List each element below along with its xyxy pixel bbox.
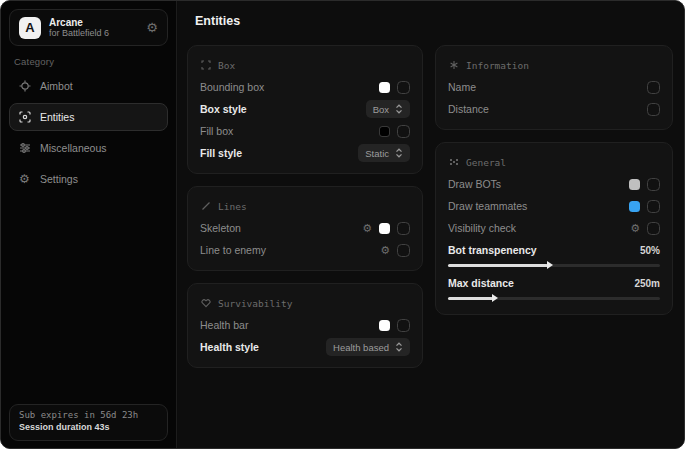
asterisk-icon: [448, 60, 459, 71]
sidebar-item-settings[interactable]: ⚙ Settings: [9, 165, 168, 193]
card-lines-title: Lines: [218, 201, 247, 212]
sidebar-nav: Aimbot Entities Miscella: [9, 72, 168, 193]
entities-scan-icon: [18, 111, 31, 124]
row-visibility-check: Visibility check ⚙: [448, 217, 660, 239]
draw-bots-color-swatch[interactable]: [629, 179, 640, 190]
row-health-bar: Health bar: [200, 314, 410, 336]
row-bot-transparency: Bot transpenency 50%: [448, 239, 660, 261]
card-survivability-title: Survivability: [218, 298, 292, 309]
card-general-title: General: [466, 157, 506, 168]
chevron-up-down-icon: [395, 148, 403, 158]
row-name: Name: [448, 76, 660, 98]
scan-box-icon: [200, 60, 211, 71]
health-bar-color-swatch[interactable]: [379, 320, 390, 331]
left-column: Box Bounding box Box style Box: [187, 45, 423, 368]
distance-checkbox[interactable]: [647, 103, 660, 116]
right-column: Information Name Distance: [435, 45, 673, 315]
heart-icon: [200, 298, 211, 309]
max-distance-slider[interactable]: [448, 294, 660, 303]
draw-teammates-label: Draw teammates: [448, 200, 527, 212]
row-bounding-box: Bounding box: [200, 76, 410, 98]
category-label: Category: [14, 56, 54, 67]
sidebar-item-label: Miscellaneous: [40, 142, 107, 154]
health-bar-label: Health bar: [200, 319, 248, 331]
sidebar-item-entities[interactable]: Entities: [9, 103, 168, 131]
skeleton-settings-gear-icon[interactable]: ⚙: [362, 223, 372, 234]
brand-logo: A: [19, 17, 41, 39]
brand-card: A Arcane for Battlefield 6 ⚙: [9, 9, 168, 46]
draw-teammates-color-swatch[interactable]: [629, 201, 640, 212]
card-survivability: Survivability Health bar Health style He…: [187, 283, 423, 368]
brand-title: Arcane: [49, 17, 109, 29]
row-health-style: Health style Health based: [200, 336, 410, 358]
bot-transparency-value: 50%: [640, 245, 660, 256]
card-general: General Draw BOTs Draw teammates: [435, 142, 673, 315]
subscription-card: Sub expires in 56d 23h Session duration …: [9, 404, 168, 441]
sliders-icon: [18, 142, 31, 155]
distance-label: Distance: [448, 103, 489, 115]
draw-teammates-checkbox[interactable]: [647, 200, 660, 213]
chevron-up-down-icon: [395, 104, 403, 114]
skeleton-color-swatch[interactable]: [379, 223, 390, 234]
health-style-value: Health based: [333, 342, 389, 353]
sub-expiry-text: Sub expires in 56d 23h: [19, 410, 158, 420]
max-distance-label: Max distance: [448, 277, 514, 289]
slider-thumb[interactable]: [547, 261, 553, 269]
sidebar: A Arcane for Battlefield 6 ⚙ Category Ai…: [1, 1, 177, 448]
fill-style-select[interactable]: Static: [358, 144, 410, 162]
line-to-enemy-settings-gear-icon[interactable]: ⚙: [380, 245, 390, 256]
box-style-value: Box: [373, 104, 389, 115]
skeleton-checkbox[interactable]: [397, 222, 410, 235]
grid-dots-icon: [448, 157, 459, 168]
sidebar-item-miscellaneous[interactable]: Miscellaneous: [9, 134, 168, 162]
fill-box-color-swatch[interactable]: [379, 126, 390, 137]
sidebar-item-aimbot[interactable]: Aimbot: [9, 72, 168, 100]
health-style-label: Health style: [200, 341, 259, 353]
fill-box-label: Fill box: [200, 125, 233, 137]
visibility-check-settings-gear-icon[interactable]: ⚙: [630, 223, 640, 234]
box-style-select[interactable]: Box: [366, 100, 410, 118]
diagonal-line-icon: [200, 201, 211, 212]
fill-style-label: Fill style: [200, 147, 242, 159]
session-duration-text: Session duration 43s: [19, 422, 158, 432]
bounding-box-color-swatch[interactable]: [379, 82, 390, 93]
crosshair-icon: [18, 80, 31, 93]
bot-transparency-slider[interactable]: [448, 261, 660, 270]
bounding-box-checkbox[interactable]: [397, 81, 410, 94]
row-distance: Distance: [448, 98, 660, 120]
main-panel: Entities Box Bounding box: [178, 1, 684, 448]
row-line-to-enemy: Line to enemy ⚙: [200, 239, 410, 261]
line-to-enemy-checkbox[interactable]: [397, 244, 410, 257]
gear-icon: ⚙: [18, 173, 31, 186]
visibility-check-checkbox[interactable]: [647, 222, 660, 235]
name-checkbox[interactable]: [647, 81, 660, 94]
health-style-select[interactable]: Health based: [326, 338, 410, 356]
line-to-enemy-label: Line to enemy: [200, 244, 266, 256]
page-title: Entities: [195, 14, 240, 28]
row-fill-box: Fill box: [200, 120, 410, 142]
slider-thumb[interactable]: [492, 294, 498, 302]
card-lines: Lines Skeleton ⚙ Line to enemy ⚙: [187, 186, 423, 271]
box-style-label: Box style: [200, 103, 247, 115]
max-distance-value: 250m: [634, 278, 660, 289]
chevron-up-down-icon: [395, 342, 403, 352]
card-box: Box Bounding box Box style Box: [187, 45, 423, 174]
name-label: Name: [448, 81, 476, 93]
app-window: A Arcane for Battlefield 6 ⚙ Category Ai…: [0, 0, 685, 449]
row-draw-bots: Draw BOTs: [448, 173, 660, 195]
row-skeleton: Skeleton ⚙: [200, 217, 410, 239]
bot-transparency-label: Bot transpenency: [448, 244, 537, 256]
fill-box-checkbox[interactable]: [397, 125, 410, 138]
health-bar-checkbox[interactable]: [397, 319, 410, 332]
brand-subtitle: for Battlefield 6: [49, 28, 109, 38]
card-information-title: Information: [466, 60, 529, 71]
bounding-box-label: Bounding box: [200, 81, 264, 93]
draw-bots-checkbox[interactable]: [647, 178, 660, 191]
visibility-check-label: Visibility check: [448, 222, 516, 234]
brand-settings-gear-icon[interactable]: ⚙: [146, 21, 158, 34]
row-fill-style: Fill style Static: [200, 142, 410, 164]
draw-bots-label: Draw BOTs: [448, 178, 501, 190]
fill-style-value: Static: [365, 148, 389, 159]
row-box-style: Box style Box: [200, 98, 410, 120]
row-draw-teammates: Draw teammates: [448, 195, 660, 217]
